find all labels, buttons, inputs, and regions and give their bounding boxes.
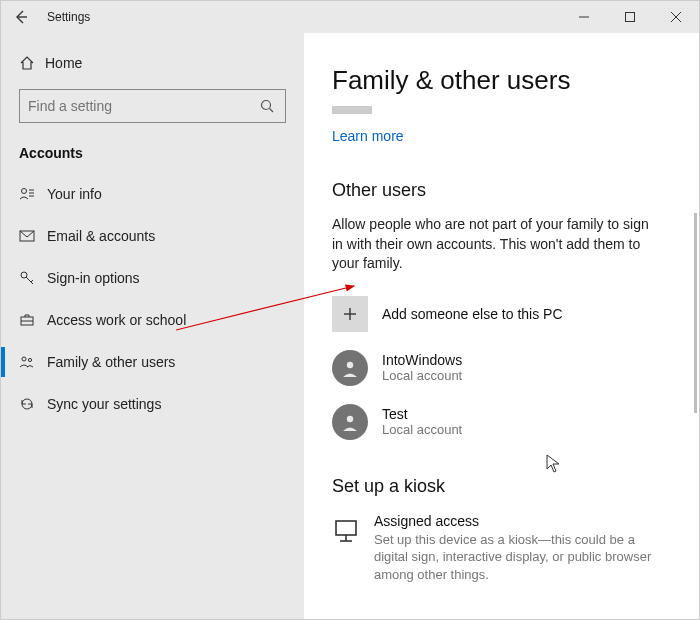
sync-icon <box>19 396 47 412</box>
user-name: Test <box>382 406 462 422</box>
close-button[interactable] <box>653 1 699 33</box>
kiosk-meta: Assigned access Set up this device as a … <box>374 513 671 584</box>
settings-window: Settings Home <box>0 0 700 620</box>
person-icon <box>19 186 47 202</box>
sidebar-item-label: Sign-in options <box>47 270 140 286</box>
plus-icon <box>342 306 358 322</box>
page-title: Family & other users <box>332 65 671 96</box>
person-icon <box>340 358 360 378</box>
user-row[interactable]: IntoWindows Local account <box>332 350 671 386</box>
person-icon <box>340 412 360 432</box>
minimize-button[interactable] <box>561 1 607 33</box>
close-icon <box>671 12 681 22</box>
sidebar-item-label: Email & accounts <box>47 228 155 244</box>
svg-point-17 <box>22 357 26 361</box>
svg-point-18 <box>28 358 31 361</box>
maximize-icon <box>625 12 635 22</box>
sidebar-item-sync[interactable]: Sync your settings <box>1 383 304 425</box>
minimize-icon <box>579 12 589 22</box>
main-panel: Family & other users Learn more Other us… <box>304 33 699 619</box>
svg-point-21 <box>347 362 353 368</box>
svg-point-22 <box>347 416 353 422</box>
nav-home[interactable]: Home <box>1 43 304 83</box>
nav-home-label: Home <box>45 55 82 71</box>
window-controls <box>561 1 699 33</box>
people-icon <box>19 354 47 370</box>
sidebar-item-email-accounts[interactable]: Email & accounts <box>1 215 304 257</box>
user-meta: IntoWindows Local account <box>382 352 462 383</box>
arrow-left-icon <box>13 9 29 25</box>
maximize-button[interactable] <box>607 1 653 33</box>
sidebar-item-family-users[interactable]: Family & other users <box>1 341 304 383</box>
plus-box <box>332 296 368 332</box>
svg-point-7 <box>22 189 27 194</box>
avatar <box>332 404 368 440</box>
learn-more-link[interactable]: Learn more <box>332 128 671 144</box>
search-box[interactable] <box>19 89 286 123</box>
loading-bar <box>332 106 372 114</box>
monitor-icon <box>332 517 360 545</box>
scrollbar[interactable] <box>694 213 697 413</box>
titlebar: Settings <box>1 1 699 33</box>
svg-point-5 <box>262 101 271 110</box>
sidebar-item-your-info[interactable]: Your info <box>1 173 304 215</box>
add-user-button[interactable]: Add someone else to this PC <box>332 296 671 332</box>
add-user-label: Add someone else to this PC <box>382 306 563 322</box>
home-icon <box>19 55 45 71</box>
back-button[interactable] <box>1 1 41 33</box>
section-heading-other-users: Other users <box>332 180 671 201</box>
sidebar-item-label: Family & other users <box>47 354 175 370</box>
briefcase-icon <box>19 312 47 328</box>
avatar <box>332 350 368 386</box>
sidebar-item-signin-options[interactable]: Sign-in options <box>1 257 304 299</box>
sidebar-group-label: Accounts <box>1 137 304 173</box>
user-type: Local account <box>382 422 462 437</box>
user-row[interactable]: Test Local account <box>332 404 671 440</box>
search-input[interactable] <box>28 98 257 114</box>
section-heading-kiosk: Set up a kiosk <box>332 476 671 497</box>
sidebar-item-work-school[interactable]: Access work or school <box>1 299 304 341</box>
sidebar-item-label: Access work or school <box>47 312 186 328</box>
sidebar-item-label: Sync your settings <box>47 396 161 412</box>
user-meta: Test Local account <box>382 406 462 437</box>
kiosk-description: Set up this device as a kiosk—this could… <box>374 531 671 584</box>
kiosk-icon <box>332 513 360 549</box>
search-icon <box>257 99 277 113</box>
window-title: Settings <box>47 10 90 24</box>
key-icon <box>19 270 47 286</box>
sidebar: Home Accounts Your info Email & acco <box>1 33 304 619</box>
user-type: Local account <box>382 368 462 383</box>
user-name: IntoWindows <box>382 352 462 368</box>
window-body: Home Accounts Your info Email & acco <box>1 33 699 619</box>
mail-icon <box>19 228 47 244</box>
svg-rect-2 <box>626 13 635 22</box>
kiosk-title: Assigned access <box>374 513 671 529</box>
section-description: Allow people who are not part of your fa… <box>332 215 662 274</box>
svg-line-6 <box>270 109 274 113</box>
svg-line-14 <box>31 280 33 282</box>
svg-rect-23 <box>336 521 356 535</box>
kiosk-assigned-access[interactable]: Assigned access Set up this device as a … <box>332 513 671 584</box>
sidebar-item-label: Your info <box>47 186 102 202</box>
